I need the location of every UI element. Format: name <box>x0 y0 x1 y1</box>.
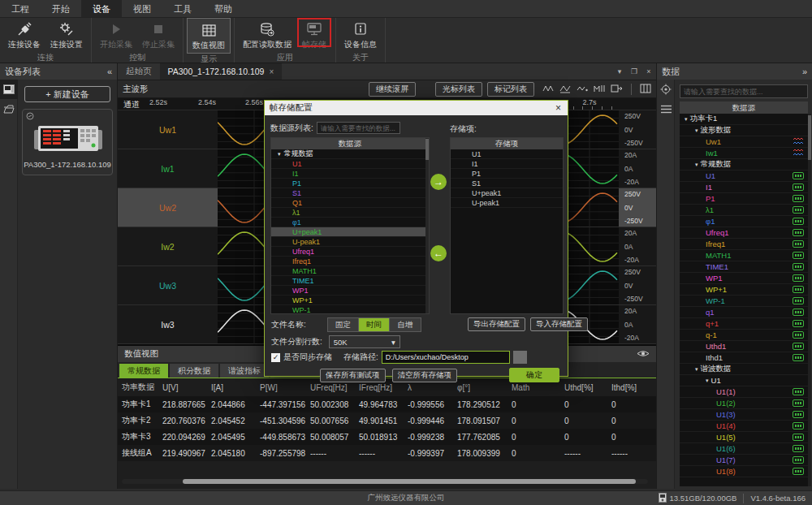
measure-icon[interactable] <box>594 84 606 95</box>
file-name-option-2[interactable]: 自增 <box>390 318 421 331</box>
tree-item-row[interactable]: q-1 <box>680 330 808 341</box>
device-card[interactable]: PA300_1-172.168.10.109 <box>22 109 113 175</box>
dialog-target-item[interactable]: P1 <box>451 169 563 179</box>
storage-path-input[interactable] <box>382 351 510 364</box>
tree-item-row[interactable]: Ifreq1 <box>680 239 808 250</box>
add-item-button[interactable]: → <box>430 174 447 190</box>
remove-item-button[interactable]: ← <box>430 245 447 261</box>
dialog-source-item[interactable]: U-peak1 <box>271 237 429 247</box>
tree-item-row[interactable]: U1(6) <box>680 443 808 455</box>
dialog-source-item[interactable]: Q1 <box>271 198 429 208</box>
dialog-source-item[interactable]: TIME1 <box>271 276 429 286</box>
tree-item-row[interactable]: Iw1 <box>680 148 808 159</box>
table-row[interactable]: 功率卡2220.7603762.045452-451.30459650.0076… <box>118 412 656 429</box>
tree-group-row[interactable]: ▾常规数据 <box>680 159 808 170</box>
config-read-data-button[interactable]: 配置读取数据 <box>238 18 296 52</box>
tree-item-row[interactable]: U1(2) <box>680 398 808 409</box>
connect-settings-button[interactable]: 连接设置 <box>45 18 88 52</box>
save-all-tests-button[interactable]: 保存所有测试项 <box>320 369 386 382</box>
new-device-button[interactable]: + 新建设备 <box>24 86 110 102</box>
tree-item-row[interactable]: TIME1 <box>680 261 808 273</box>
tree-item-row[interactable]: Ithd1 <box>680 352 808 364</box>
dialog-source-item[interactable]: S1 <box>271 188 429 198</box>
data-search-input[interactable] <box>680 84 808 98</box>
project-folder-icon[interactable] <box>0 99 18 119</box>
pane-close-icon[interactable]: × <box>641 63 656 80</box>
tree-item-row[interactable]: U1(5) <box>680 432 808 443</box>
channel-label-iw1[interactable]: Iw1 <box>118 149 218 188</box>
tree-item-row[interactable]: U1(3) <box>680 409 808 421</box>
visibility-eye-icon[interactable] <box>637 349 650 360</box>
menu-item-project[interactable]: 工程 <box>0 0 41 17</box>
file-split-dropdown[interactable]: 50K ▾ <box>329 335 400 348</box>
tree-collapse-icon[interactable]: ▾ <box>695 366 698 373</box>
menu-item-help[interactable]: 帮助 <box>203 0 244 17</box>
tree-item-row[interactable]: WP+1 <box>680 284 808 296</box>
numeric-tab[interactable]: 积分数据 <box>170 364 218 378</box>
menu-item-view[interactable]: 视图 <box>122 0 162 17</box>
tree-item-row[interactable]: Ufreq1 <box>680 227 808 239</box>
export-wave-icon[interactable] <box>611 84 623 95</box>
import-config-button[interactable]: 导入存储配置 <box>530 317 588 331</box>
pane-float-icon[interactable]: ❐ <box>627 63 641 80</box>
export-config-button[interactable]: 导出存储配置 <box>468 317 525 331</box>
continue-scroll-button[interactable]: 继续滚屏 <box>369 82 416 97</box>
channel-label-iw2[interactable]: Iw2 <box>118 227 218 265</box>
table-row[interactable]: 接线组A219.4909672.045180-897.255798-------… <box>118 445 656 461</box>
menu-item-device[interactable]: 设备 <box>81 0 122 17</box>
tree-collapse-icon[interactable]: ▾ <box>695 162 698 168</box>
channel-label-iw3[interactable]: Iw3 <box>118 305 218 343</box>
connect-device-button[interactable]: 连接设备 <box>3 18 45 52</box>
cursor-list-button[interactable]: 光标列表 <box>435 82 482 97</box>
dialog-target-item[interactable]: I1 <box>451 159 563 169</box>
tree-group-row[interactable]: ▾波形数据 <box>680 125 808 136</box>
dialog-search-input[interactable] <box>317 122 400 134</box>
dialog-source-item[interactable]: I1 <box>271 169 429 179</box>
dialog-source-item[interactable]: MATH1 <box>271 266 429 276</box>
dialog-source-item[interactable]: φ1 <box>271 218 429 227</box>
tree-item-row[interactable]: WP1 <box>680 273 808 284</box>
dialog-titlebar[interactable]: 帧存储配置 × <box>265 101 568 115</box>
dialog-target-item[interactable]: S1 <box>451 179 563 188</box>
file-name-option-1[interactable]: 时间 <box>359 318 390 331</box>
tree-item-row[interactable]: U1 <box>680 170 808 182</box>
dialog-target-item[interactable]: U-peak1 <box>451 198 563 208</box>
tree-item-row[interactable]: Uthd1 <box>680 341 808 352</box>
clear-all-items-button[interactable]: 清空所有存储项 <box>392 369 458 382</box>
pane-menu-icon[interactable]: ▾ <box>612 63 627 80</box>
data-config-icon[interactable] <box>657 80 675 99</box>
menu-item-tools[interactable]: 工具 <box>162 0 203 17</box>
dialog-source-item[interactable]: P1 <box>271 179 429 188</box>
tree-item-row[interactable]: MATH1 <box>680 250 808 261</box>
marker-list-button[interactable]: 标记列表 <box>487 82 534 97</box>
browse-path-button[interactable] <box>513 351 527 364</box>
data-panel-scrollbar[interactable] <box>808 114 811 486</box>
hscroll-thumb[interactable] <box>183 479 636 484</box>
tree-item-row[interactable]: U1(7) <box>680 455 808 466</box>
device-view-icon[interactable] <box>0 80 18 99</box>
tree-item-row[interactable]: U1(4) <box>680 421 808 432</box>
device-info-button[interactable]: 设备信息 <box>339 18 382 52</box>
horizontal-scrollbar[interactable] <box>122 479 648 484</box>
collapse-panel-icon[interactable]: « <box>107 67 112 76</box>
zoom-wave-icon[interactable] <box>542 84 555 95</box>
sync-storage-checkbox[interactable]: ✓ <box>271 353 280 362</box>
tree-item-row[interactable]: Uw1 <box>680 136 808 148</box>
dialog-target-item[interactable]: U1 <box>451 149 563 159</box>
ok-button[interactable]: 确定 <box>509 368 559 382</box>
dialog-source-item[interactable]: Ifreq1 <box>271 257 429 266</box>
point-wave-icon[interactable] <box>577 84 589 95</box>
numeric-tab[interactable]: 谐波指标 <box>220 364 269 378</box>
dialog-source-item[interactable]: WP-1 <box>271 305 429 314</box>
dialog-close-icon[interactable]: × <box>554 102 563 114</box>
tree-item-row[interactable]: φ1 <box>680 216 808 227</box>
dialog-source-item[interactable]: Ufreq1 <box>271 247 429 257</box>
dialog-source-item[interactable]: U+peak1 <box>271 227 429 237</box>
numeric-tab[interactable]: 常规数据 <box>119 364 168 378</box>
fit-wave-icon[interactable] <box>559 84 572 95</box>
tree-item-row[interactable]: λ1 <box>680 205 808 216</box>
tree-item-row[interactable]: q+1 <box>680 318 808 330</box>
tree-collapse-icon[interactable]: ▾ <box>706 378 709 384</box>
data-list-icon[interactable] <box>657 99 675 119</box>
expand-panel-icon[interactable]: » <box>802 67 807 76</box>
